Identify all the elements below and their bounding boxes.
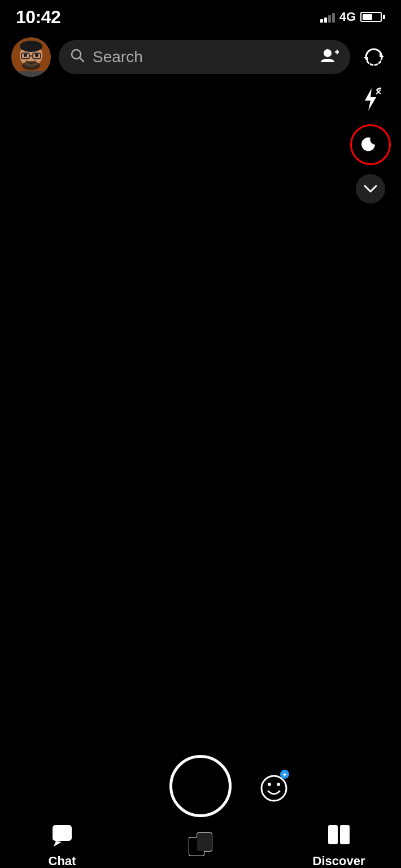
search-bar[interactable]: Search	[59, 40, 350, 74]
battery-tip	[383, 15, 385, 19]
avatar-image	[11, 37, 51, 77]
search-icon	[70, 48, 85, 67]
svg-point-8	[22, 61, 40, 70]
right-controls: ✕	[350, 84, 391, 203]
signal-bar-2	[324, 18, 327, 23]
nav-tabs: Chat	[0, 823, 401, 868]
svg-point-7	[35, 54, 38, 57]
chevron-down-button[interactable]	[356, 174, 385, 203]
discover-label: Discover	[313, 854, 365, 868]
memories-icon	[186, 829, 215, 862]
status-bar: 10:42 4G	[0, 0, 401, 32]
nav-item-camera[interactable]	[172, 829, 229, 862]
flash-off-button[interactable]: ✕	[355, 84, 386, 115]
signal-icon	[320, 11, 335, 23]
add-friend-icon[interactable]	[320, 47, 339, 67]
nav-item-discover[interactable]: Discover	[311, 823, 367, 868]
signal-bar-1	[320, 19, 323, 23]
chat-icon	[50, 823, 74, 852]
battery-icon	[360, 12, 385, 22]
svg-rect-32	[197, 833, 212, 851]
signal-bar-4	[332, 13, 335, 23]
chat-label: Chat	[49, 854, 76, 868]
shutter-button[interactable]	[169, 755, 232, 817]
svg-line-11	[80, 58, 84, 62]
bottom-bar: ✦ Chat	[0, 755, 401, 868]
svg-point-6	[24, 54, 27, 57]
svg-point-23	[268, 783, 271, 786]
camera-controls: ✦	[0, 755, 401, 823]
svg-point-22	[261, 776, 286, 801]
status-time: 10:42	[16, 7, 60, 28]
svg-rect-34	[340, 825, 350, 844]
battery-body	[360, 12, 382, 22]
svg-marker-28	[54, 841, 62, 847]
signal-bar-3	[328, 15, 331, 23]
battery-fill	[363, 14, 372, 20]
svg-rect-9	[17, 71, 45, 77]
svg-point-2	[20, 41, 42, 52]
camera-viewfinder	[0, 83, 401, 755]
status-icons: 4G	[320, 10, 385, 24]
night-mode-button[interactable]	[350, 124, 391, 165]
svg-rect-27	[53, 825, 72, 841]
refresh-icon[interactable]	[358, 41, 390, 73]
svg-rect-33	[328, 825, 338, 844]
svg-text:✕: ✕	[375, 88, 382, 97]
network-label: 4G	[339, 10, 356, 24]
nav-item-chat[interactable]: Chat	[34, 823, 90, 868]
search-placeholder: Search	[93, 48, 312, 66]
svg-marker-17	[365, 88, 376, 111]
avatar[interactable]	[11, 37, 51, 77]
lens-button[interactable]: ✦	[254, 766, 294, 806]
discover-icon	[327, 823, 351, 852]
svg-text:✦: ✦	[282, 771, 287, 779]
header: Search	[0, 32, 401, 83]
svg-point-24	[277, 783, 280, 786]
svg-point-12	[324, 49, 332, 57]
